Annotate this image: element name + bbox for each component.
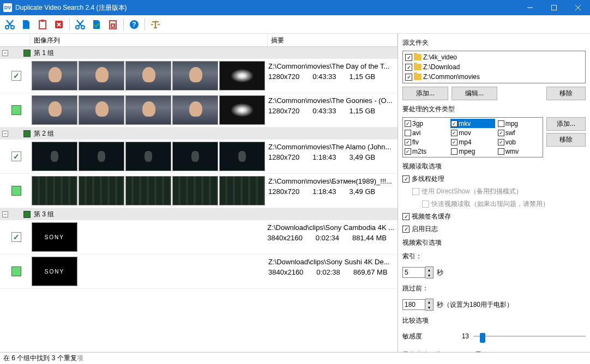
cut-button[interactable] [2, 17, 17, 32]
doc-check-button[interactable] [89, 17, 104, 32]
resolution: 1280x720 [268, 72, 299, 81]
index-label: 索引： [402, 252, 430, 261]
filetype-checkbox[interactable] [498, 130, 504, 136]
remove-folder-button[interactable]: 移除 [546, 87, 586, 100]
row-summary: Z:\Download\clips\Sony Sushi 4K De...384… [266, 257, 396, 286]
filesize: 881,44 MB [352, 234, 387, 242]
add-filetype-button[interactable]: 添加... [546, 117, 586, 131]
filetype-item[interactable]: wmv [497, 147, 541, 156]
filetype-item[interactable]: mov [450, 128, 495, 137]
filetype-item[interactable]: 3gp [404, 119, 448, 128]
index-spinner[interactable]: ▲▼ [402, 266, 434, 278]
enablelog-checkbox[interactable]: 启用日志 [402, 225, 586, 234]
filetype-checkbox[interactable] [498, 148, 504, 155]
cut-alt-button[interactable] [73, 17, 88, 32]
collapse-icon[interactable]: − [2, 211, 8, 217]
remove-filetype-button[interactable]: 移除 [546, 133, 586, 147]
filetype-checkbox[interactable] [405, 120, 411, 127]
columns-header: 图像序列 摘要 [0, 34, 398, 47]
results-rows[interactable]: −第 1 组✓Z:\Common\movies\The Day of the T… [0, 47, 398, 352]
filetype-ext: mov [459, 129, 471, 137]
filetype-item[interactable]: mkv [450, 119, 495, 128]
thumbnail [79, 61, 124, 90]
col-sequence[interactable]: 图像序列 [31, 34, 268, 46]
multithread-checkbox[interactable]: 多线程处理 [402, 174, 586, 184]
edit-folder-button[interactable]: 编辑... [451, 87, 497, 100]
group-header[interactable]: −第 1 组 [0, 47, 398, 59]
row-checkbox[interactable] [11, 105, 21, 115]
collapse-icon[interactable]: − [2, 131, 8, 137]
filetype-checkbox[interactable] [451, 120, 457, 127]
col-check[interactable] [0, 34, 31, 46]
filetypes-label: 要处理的文件类型 [402, 105, 586, 114]
result-row[interactable]: Z:\Common\movies\The Goonies - (O...1280… [0, 93, 398, 128]
sensitivity-label: 敏感度 [402, 332, 451, 341]
file-path: Z:\Common\movies\The Goonies - (O... [268, 96, 394, 105]
maxoffset-slider[interactable] [473, 349, 586, 352]
group-header[interactable]: −第 2 组 [0, 128, 398, 139]
folder-checkbox[interactable] [405, 64, 412, 71]
duration: 0:02:38 [316, 268, 340, 276]
thumbnail [172, 176, 218, 205]
filetype-list[interactable]: 3gpmkvmpgavimovswfflvmp4vobm2tsmpegwmv [402, 117, 543, 157]
folder-item[interactable]: Z:\Common\movies [404, 72, 584, 82]
row-checkbox[interactable]: ✓ [11, 232, 21, 242]
separator [69, 19, 70, 31]
sigcache-checkbox[interactable]: 视频签名缓存 [402, 212, 586, 221]
sensitivity-slider[interactable] [473, 331, 586, 342]
result-row[interactable]: ✓SONYZ:\Download\clips\Sony Cambodia 4K … [0, 220, 398, 254]
filetype-checkbox[interactable] [451, 139, 457, 145]
filetype-item[interactable]: mp4 [450, 137, 495, 147]
col-summary[interactable]: 摘要 [268, 34, 398, 46]
filetype-checkbox[interactable] [405, 139, 411, 145]
clipboard-button[interactable] [35, 17, 50, 32]
filetype-checkbox[interactable] [498, 120, 504, 127]
minimize-button[interactable] [518, 0, 542, 15]
row-checkbox[interactable]: ✓ [11, 71, 21, 81]
doc-delete-button[interactable] [105, 17, 121, 32]
filesize: 869,67 MB [353, 268, 388, 276]
skip-spinner[interactable]: ▲▼ [402, 299, 434, 311]
balance-button[interactable] [148, 17, 163, 32]
filetype-item[interactable]: vob [497, 137, 541, 147]
result-row[interactable]: ✓Z:\Common\movies\The Day of the T...128… [0, 59, 398, 93]
group-checkbox[interactable] [23, 211, 31, 218]
fastread-checkbox: 快速视频读取（如果出现问题，请禁用） [422, 199, 586, 209]
folder-list[interactable]: Z:\4k_videoZ:\DownloadZ:\Common\movies [402, 51, 586, 83]
folder-item[interactable]: Z:\Download [404, 62, 584, 72]
close-button[interactable] [566, 0, 590, 15]
folder-checkbox[interactable] [405, 74, 412, 81]
thumbnail [219, 176, 265, 205]
filetype-item[interactable]: flv [404, 137, 448, 147]
result-row[interactable]: ✓Z:\Common\movies\The Alamo (John...1280… [0, 139, 398, 174]
thumbnail [125, 61, 171, 90]
thumbnail [125, 95, 171, 125]
filetype-checkbox[interactable] [451, 148, 457, 155]
filetype-checkbox[interactable] [405, 130, 411, 136]
filetype-item[interactable]: avi [404, 128, 448, 137]
filetype-checkbox[interactable] [451, 130, 457, 136]
delete-button[interactable] [51, 17, 67, 32]
filetype-checkbox[interactable] [498, 139, 504, 145]
row-checkbox[interactable] [11, 266, 21, 276]
filetype-checkbox[interactable] [405, 148, 411, 155]
folder-checkbox[interactable] [405, 54, 412, 61]
maximize-button[interactable] [542, 0, 566, 15]
filetype-item[interactable]: mpg [497, 119, 541, 128]
help-button[interactable]: ? [127, 17, 142, 32]
filetype-item[interactable]: mpeg [450, 147, 495, 156]
folder-item[interactable]: Z:\4k_video [404, 52, 584, 62]
filetype-item[interactable]: swf [497, 128, 541, 137]
result-row[interactable]: SONYZ:\Download\clips\Sony Sushi 4K De..… [0, 254, 398, 289]
group-header[interactable]: −第 3 组 [0, 208, 398, 220]
row-checkbox[interactable] [11, 186, 21, 196]
collapse-icon[interactable]: − [2, 50, 8, 56]
group-checkbox[interactable] [23, 130, 31, 137]
group-checkbox[interactable] [23, 50, 31, 57]
result-row[interactable]: Z:\Common\movies\Бэтмен(1989)_!!!...1280… [0, 174, 398, 208]
duration: 1:18:43 [312, 153, 336, 161]
filetype-item[interactable]: m2ts [404, 147, 448, 156]
new-doc-button[interactable] [19, 17, 34, 32]
add-folder-button[interactable]: 添加... [402, 87, 448, 100]
row-checkbox[interactable]: ✓ [11, 151, 21, 161]
